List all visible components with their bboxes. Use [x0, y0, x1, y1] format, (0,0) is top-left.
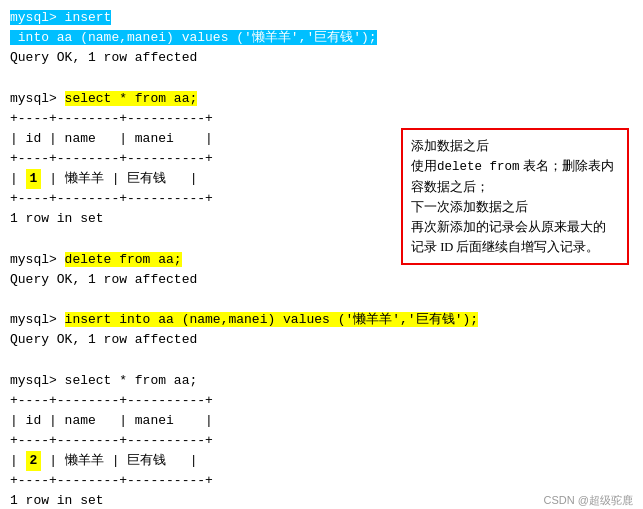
id-badge-1: 1 [26, 169, 42, 189]
line-select-2: mysql> select * from aa; [10, 371, 633, 391]
annotation-line6: 记录 ID 后面继续自增写入记录。 [411, 240, 599, 254]
line-insert-2: mysql> insert into aa (name,manei) value… [10, 310, 633, 330]
line-1: mysql> insert [10, 8, 633, 28]
annotation-line5: 再次新添加的记录会从原来最大的 [411, 220, 606, 234]
line-select-1: mysql> select * from aa; [10, 89, 633, 109]
terminal: mysql> insert into aa (name,manei) value… [0, 0, 643, 509]
table-border-1: +----+--------+----------+ [10, 109, 633, 129]
blank-1 [10, 68, 633, 88]
cmd-insert-3: insert into aa (name,manei) values ('懒羊羊… [65, 312, 478, 327]
table-row-2: | 2 | 懒羊羊 | 巨有钱 | [10, 451, 633, 471]
table-border-4: +----+--------+----------+ [10, 391, 633, 411]
table-border-5: +----+--------+----------+ [10, 431, 633, 451]
annotation-box: 添加数据之后 使用delete from 表名；删除表内 容数据之后； 下一次添… [401, 128, 629, 265]
annotation-line3: 容数据之后； [411, 180, 489, 194]
watermark: CSDN @超级驼鹿 [544, 492, 633, 509]
blank-4 [10, 350, 633, 370]
cmd-insert-2: into aa (name,manei) values ('懒羊羊','巨有钱'… [10, 30, 377, 45]
line-query-ok-3: Query OK, 1 row affected [10, 330, 633, 350]
rowset-2: 1 row in set [10, 491, 633, 509]
annotation-line1: 添加数据之后 [411, 139, 489, 153]
table-header-2: | id | name | manei | [10, 411, 633, 431]
cmd-select-1: select * from aa; [65, 91, 198, 106]
annotation-line2: 使用delete from 表名；删除表内 [411, 159, 614, 173]
table-border-6: +----+--------+----------+ [10, 471, 633, 491]
line-query-ok-1: Query OK, 1 row affected [10, 48, 633, 68]
blank-3 [10, 290, 633, 310]
annotation-line4: 下一次添加数据之后 [411, 200, 528, 214]
cmd-delete: delete from aa; [65, 252, 182, 267]
annotation-code: delete from [437, 160, 520, 174]
id-badge-2: 2 [26, 451, 42, 471]
cmd-insert-1: mysql> insert [10, 10, 111, 25]
line-2: into aa (name,manei) values ('懒羊羊','巨有钱'… [10, 28, 633, 48]
line-query-ok-2: Query OK, 1 row affected [10, 270, 633, 290]
